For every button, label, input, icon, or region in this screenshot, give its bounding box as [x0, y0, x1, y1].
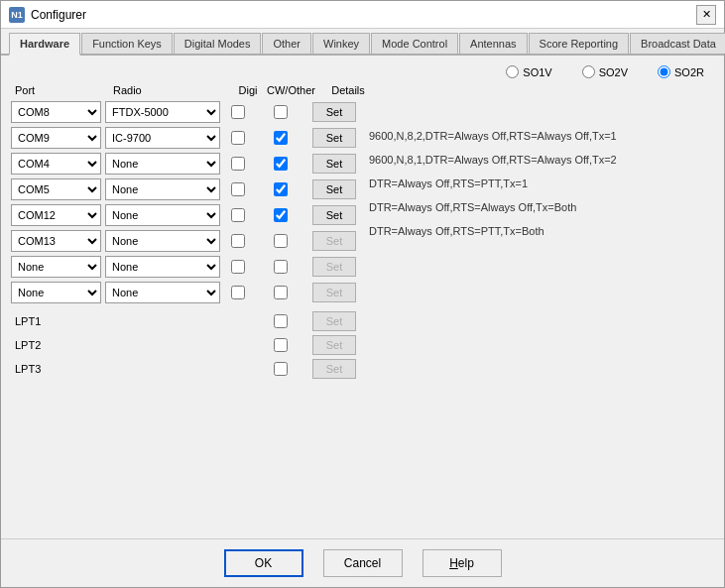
port-row-5: NoneCOM1COM2COM3COM4COM5COM6COM7COM8COM9… [11, 229, 359, 253]
port-row-0: NoneCOM1COM2COM3COM4COM5COM6COM7COM8COM9… [11, 100, 359, 124]
port-row-2: NoneCOM1COM2COM3COM4COM5COM6COM7COM8COM9… [11, 152, 359, 176]
col-header-cwother: CW/Other [264, 84, 318, 96]
set-button-4[interactable]: Set [312, 205, 356, 225]
lpt-checkbox-0[interactable] [274, 314, 288, 328]
tab-broadcast-data[interactable]: Broadcast Data [630, 33, 725, 54]
tab-mode-control[interactable]: Mode Control [371, 33, 458, 54]
lpt-rows: LPT1SetLPT2SetLPT3Set [11, 310, 359, 380]
cancel-button[interactable]: Cancel [323, 549, 403, 577]
tab-function-keys[interactable]: Function Keys [81, 33, 173, 54]
detail-text-1: 9600,N,8,1,DTR=Always Off,RTS=Always Off… [369, 148, 714, 172]
port-select-6[interactable]: NoneCOM1COM2COM3COM4COM5COM6COM7COM8COM9… [11, 256, 101, 278]
radio-select-4[interactable]: NoneFTDX-5000IC-9700IC-7300KenwoodYaesuE… [105, 204, 220, 226]
so2r-radio[interactable] [658, 65, 670, 78]
detail-text-6 [369, 267, 714, 291]
port-select-1[interactable]: NoneCOM1COM2COM3COM4COM5COM6COM7COM8COM9… [11, 127, 101, 149]
set-button-6[interactable]: Set [312, 257, 356, 277]
tab-score-reporting[interactable]: Score Reporting [529, 33, 630, 54]
cwother-checkbox-3[interactable] [274, 182, 288, 196]
detail-text-5 [369, 243, 714, 267]
lpt-checkbox-1[interactable] [274, 338, 288, 352]
tab-bar: Hardware Function Keys Digital Modes Oth… [1, 29, 724, 56]
lpt-checkbox-2[interactable] [274, 362, 288, 376]
lpt-set-button-1[interactable]: Set [312, 335, 356, 355]
radio-select-5[interactable]: NoneFTDX-5000IC-9700IC-7300KenwoodYaesuE… [105, 230, 220, 252]
tab-winkey[interactable]: Winkey [312, 33, 370, 54]
so2v-label: SO2V [599, 66, 628, 78]
radio-select-7[interactable]: NoneFTDX-5000IC-9700IC-7300KenwoodYaesuE… [105, 282, 220, 303]
left-section: NoneCOM1COM2COM3COM4COM5COM6COM7COM8COM9… [11, 100, 359, 386]
digi-checkbox-3[interactable] [231, 182, 245, 196]
footer: OK Cancel Help [1, 538, 724, 587]
so1v-radio[interactable] [506, 65, 519, 78]
radio-select-3[interactable]: NoneFTDX-5000IC-9700IC-7300KenwoodYaesuE… [105, 178, 220, 200]
digi-checkbox-4[interactable] [231, 208, 245, 222]
so1v-label: SO1V [523, 66, 551, 78]
lpt-set-button-0[interactable]: Set [312, 311, 356, 331]
lpt-label-1: LPT2 [11, 339, 101, 351]
lpt-row-0: LPT1Set [11, 310, 359, 332]
radio-select-1[interactable]: NoneFTDX-5000IC-9700IC-7300KenwoodYaesuE… [105, 127, 220, 149]
detail-text-4: DTR=Always Off,RTS=PTT,Tx=Both [369, 219, 714, 243]
detail-text-7 [369, 291, 714, 314]
lpt-label-2: LPT3 [11, 363, 101, 375]
digi-checkbox-1[interactable] [231, 131, 245, 145]
col-header-port: Port [15, 84, 109, 96]
lpt-detail-0 [369, 314, 714, 338]
port-row-7: NoneCOM1COM2COM3COM4COM5COM6COM7COM8COM9… [11, 281, 359, 304]
help-button[interactable]: Help [423, 549, 502, 577]
cwother-checkbox-4[interactable] [274, 208, 288, 222]
digi-checkbox-2[interactable] [231, 157, 245, 171]
so2v-option[interactable]: SO2V [582, 65, 628, 78]
cwother-checkbox-2[interactable] [274, 157, 288, 171]
radio-select-0[interactable]: NoneFTDX-5000IC-9700IC-7300KenwoodYaesuE… [105, 101, 220, 123]
set-button-0[interactable]: Set [312, 102, 356, 122]
tab-hardware[interactable]: Hardware [9, 33, 80, 56]
window-title: Configurer [31, 8, 86, 22]
column-headers: Port Radio Digi CW/Other Details [11, 84, 714, 96]
port-select-3[interactable]: NoneCOM1COM2COM3COM4COM5COM6COM7COM8COM9… [11, 178, 101, 200]
detail-text-3: DTR=Always Off,RTS=Always Off,Tx=Both [369, 195, 714, 219]
cwother-checkbox-1[interactable] [274, 131, 288, 145]
port-select-4[interactable]: NoneCOM1COM2COM3COM4COM5COM6COM7COM8COM9… [11, 204, 101, 226]
tab-digital-modes[interactable]: Digital Modes [174, 33, 262, 54]
radio-select-6[interactable]: NoneFTDX-5000IC-9700IC-7300KenwoodYaesuE… [105, 256, 220, 278]
cwother-checkbox-0[interactable] [274, 105, 288, 119]
tab-other[interactable]: Other [262, 33, 311, 54]
port-rows: NoneCOM1COM2COM3COM4COM5COM6COM7COM8COM9… [11, 100, 359, 304]
so2v-radio[interactable] [582, 65, 595, 78]
set-button-3[interactable]: Set [312, 179, 356, 199]
port-row-3: NoneCOM1COM2COM3COM4COM5COM6COM7COM8COM9… [11, 177, 359, 201]
so2r-option[interactable]: SO2R [658, 65, 704, 78]
set-button-5[interactable]: Set [312, 231, 356, 251]
digi-checkbox-6[interactable] [231, 260, 245, 274]
port-select-5[interactable]: NoneCOM1COM2COM3COM4COM5COM6COM7COM8COM9… [11, 230, 101, 252]
radio-select-2[interactable]: NoneFTDX-5000IC-9700IC-7300KenwoodYaesuE… [105, 153, 220, 175]
port-select-0[interactable]: NoneCOM1COM2COM3COM4COM5COM6COM7COM8COM9… [11, 101, 101, 123]
close-button[interactable]: ✕ [696, 5, 716, 25]
cwother-checkbox-5[interactable] [274, 234, 288, 248]
digi-checkbox-5[interactable] [231, 234, 245, 248]
port-select-2[interactable]: NoneCOM1COM2COM3COM4COM5COM6COM7COM8COM9… [11, 153, 101, 175]
col-header-digi: Digi [232, 84, 264, 96]
digi-checkbox-0[interactable] [231, 105, 245, 119]
cwother-checkbox-7[interactable] [274, 286, 288, 299]
lpt-detail-1 [369, 338, 714, 362]
col-header-radio: Radio [113, 84, 232, 96]
port-select-7[interactable]: NoneCOM1COM2COM3COM4COM5COM6COM7COM8COM9… [11, 282, 101, 303]
lpt-row-1: LPT2Set [11, 334, 359, 356]
radio-mode-row: SO1V SO2V SO2R [11, 65, 714, 78]
tab-antennas[interactable]: Antennas [459, 33, 527, 54]
set-button-2[interactable]: Set [312, 154, 356, 174]
set-button-1[interactable]: Set [312, 128, 356, 148]
cwother-checkbox-6[interactable] [274, 260, 288, 274]
set-button-7[interactable]: Set [312, 283, 356, 302]
so1v-option[interactable]: SO1V [506, 65, 551, 78]
details-section: 9600,N,8,2,DTR=Always Off,RTS=Always Off… [359, 100, 714, 386]
lpt-set-button-2[interactable]: Set [312, 359, 356, 379]
digi-checkbox-7[interactable] [231, 286, 245, 299]
ok-button[interactable]: OK [224, 549, 303, 577]
main-window: N1 Configurer ✕ Hardware Function Keys D… [0, 0, 725, 588]
tab-content: SO1V SO2V SO2R Port Radio Digi CW/Other … [1, 56, 724, 538]
so2r-label: SO2R [674, 66, 704, 78]
